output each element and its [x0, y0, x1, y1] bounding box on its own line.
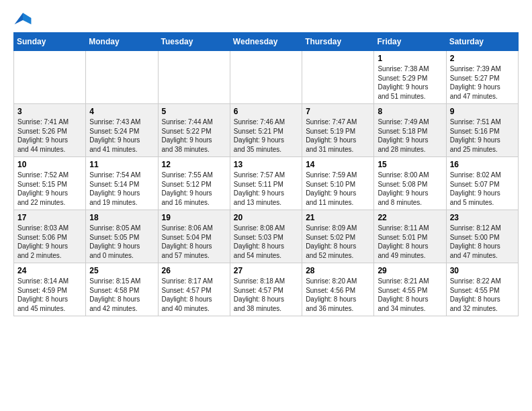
day-number: 1	[378, 54, 442, 63]
day-info: Sunrise: 8:08 AM Sunset: 5:03 PM Dayligh…	[234, 224, 298, 260]
page: SundayMondayTuesdayWednesdayThursdayFrid…	[0, 0, 532, 327]
calendar-cell: 1Sunrise: 7:38 AM Sunset: 5:29 PM Daylig…	[374, 51, 446, 104]
day-info: Sunrise: 7:51 AM Sunset: 5:16 PM Dayligh…	[450, 118, 515, 154]
logo-wrapper	[13, 11, 35, 26]
day-number: 20	[234, 213, 298, 222]
calendar-cell: 3Sunrise: 7:41 AM Sunset: 5:26 PM Daylig…	[14, 104, 86, 157]
calendar-cell: 20Sunrise: 8:08 AM Sunset: 5:03 PM Dayli…	[230, 210, 302, 263]
day-number: 6	[234, 107, 298, 116]
calendar-cell: 8Sunrise: 7:49 AM Sunset: 5:18 PM Daylig…	[374, 104, 446, 157]
weekday-header-tuesday: Tuesday	[158, 33, 230, 51]
day-number: 8	[378, 107, 442, 116]
calendar-cell: 15Sunrise: 8:00 AM Sunset: 5:08 PM Dayli…	[374, 157, 446, 210]
logo-icon	[13, 11, 32, 26]
day-info: Sunrise: 7:47 AM Sunset: 5:19 PM Dayligh…	[306, 118, 370, 154]
day-number: 27	[234, 266, 298, 275]
calendar-cell	[302, 51, 374, 104]
day-info: Sunrise: 8:20 AM Sunset: 4:56 PM Dayligh…	[306, 277, 370, 313]
day-info: Sunrise: 7:38 AM Sunset: 5:29 PM Dayligh…	[378, 64, 442, 101]
calendar-cell: 16Sunrise: 8:02 AM Sunset: 5:07 PM Dayli…	[446, 157, 518, 210]
calendar-cell: 11Sunrise: 7:54 AM Sunset: 5:14 PM Dayli…	[86, 157, 158, 210]
day-number: 14	[306, 160, 370, 169]
calendar-cell: 22Sunrise: 8:11 AM Sunset: 5:01 PM Dayli…	[374, 210, 446, 263]
day-info: Sunrise: 7:52 AM Sunset: 5:15 PM Dayligh…	[17, 171, 82, 207]
day-info: Sunrise: 8:21 AM Sunset: 4:55 PM Dayligh…	[378, 277, 442, 313]
calendar-cell: 29Sunrise: 8:21 AM Sunset: 4:55 PM Dayli…	[374, 263, 446, 316]
calendar-cell: 23Sunrise: 8:12 AM Sunset: 5:00 PM Dayli…	[446, 210, 518, 263]
day-number: 15	[378, 160, 442, 169]
day-info: Sunrise: 8:05 AM Sunset: 5:05 PM Dayligh…	[89, 224, 154, 260]
day-info: Sunrise: 8:18 AM Sunset: 4:57 PM Dayligh…	[234, 277, 298, 313]
weekday-header-saturday: Saturday	[446, 33, 518, 51]
calendar-week-2: 3Sunrise: 7:41 AM Sunset: 5:26 PM Daylig…	[14, 104, 519, 157]
calendar-cell: 14Sunrise: 7:59 AM Sunset: 5:10 PM Dayli…	[302, 157, 374, 210]
calendar-cell: 26Sunrise: 8:17 AM Sunset: 4:57 PM Dayli…	[158, 263, 230, 316]
day-info: Sunrise: 8:14 AM Sunset: 4:59 PM Dayligh…	[17, 277, 82, 313]
header	[13, 11, 519, 26]
day-number: 26	[162, 266, 226, 275]
calendar-cell: 12Sunrise: 7:55 AM Sunset: 5:12 PM Dayli…	[158, 157, 230, 210]
calendar-cell: 25Sunrise: 8:15 AM Sunset: 4:58 PM Dayli…	[86, 263, 158, 316]
day-number: 22	[378, 213, 442, 222]
day-info: Sunrise: 7:46 AM Sunset: 5:21 PM Dayligh…	[234, 118, 298, 154]
calendar-week-3: 10Sunrise: 7:52 AM Sunset: 5:15 PM Dayli…	[14, 157, 519, 210]
day-number: 28	[306, 266, 370, 275]
calendar-cell: 13Sunrise: 7:57 AM Sunset: 5:11 PM Dayli…	[230, 157, 302, 210]
day-info: Sunrise: 8:03 AM Sunset: 5:06 PM Dayligh…	[17, 224, 82, 260]
calendar-cell: 10Sunrise: 7:52 AM Sunset: 5:15 PM Dayli…	[14, 157, 86, 210]
logo	[13, 11, 35, 26]
day-number: 10	[17, 160, 82, 169]
calendar-cell: 9Sunrise: 7:51 AM Sunset: 5:16 PM Daylig…	[446, 104, 518, 157]
day-info: Sunrise: 7:49 AM Sunset: 5:18 PM Dayligh…	[378, 118, 442, 154]
day-number: 17	[17, 213, 82, 222]
calendar-cell: 5Sunrise: 7:44 AM Sunset: 5:22 PM Daylig…	[158, 104, 230, 157]
day-info: Sunrise: 8:17 AM Sunset: 4:57 PM Dayligh…	[162, 277, 226, 313]
day-info: Sunrise: 8:11 AM Sunset: 5:01 PM Dayligh…	[378, 224, 442, 260]
calendar-cell	[86, 51, 158, 104]
calendar-cell: 19Sunrise: 8:06 AM Sunset: 5:04 PM Dayli…	[158, 210, 230, 263]
day-info: Sunrise: 7:55 AM Sunset: 5:12 PM Dayligh…	[162, 171, 226, 207]
day-number: 25	[89, 266, 154, 275]
day-info: Sunrise: 7:54 AM Sunset: 5:14 PM Dayligh…	[89, 171, 154, 207]
day-number: 7	[306, 107, 370, 116]
day-info: Sunrise: 8:22 AM Sunset: 4:55 PM Dayligh…	[450, 277, 515, 313]
day-info: Sunrise: 7:41 AM Sunset: 5:26 PM Dayligh…	[17, 118, 82, 154]
day-number: 29	[378, 266, 442, 275]
calendar-cell: 18Sunrise: 8:05 AM Sunset: 5:05 PM Dayli…	[86, 210, 158, 263]
calendar-cell: 6Sunrise: 7:46 AM Sunset: 5:21 PM Daylig…	[230, 104, 302, 157]
weekday-header-friday: Friday	[374, 33, 446, 51]
calendar-cell	[14, 51, 86, 104]
day-number: 5	[162, 107, 226, 116]
weekday-row: SundayMondayTuesdayWednesdayThursdayFrid…	[14, 33, 519, 51]
calendar-week-5: 24Sunrise: 8:14 AM Sunset: 4:59 PM Dayli…	[14, 263, 519, 316]
weekday-header-monday: Monday	[86, 33, 158, 51]
calendar-cell: 7Sunrise: 7:47 AM Sunset: 5:19 PM Daylig…	[302, 104, 374, 157]
day-info: Sunrise: 7:43 AM Sunset: 5:24 PM Dayligh…	[89, 118, 154, 154]
calendar-cell: 28Sunrise: 8:20 AM Sunset: 4:56 PM Dayli…	[302, 263, 374, 316]
calendar-week-4: 17Sunrise: 8:03 AM Sunset: 5:06 PM Dayli…	[14, 210, 519, 263]
day-info: Sunrise: 7:59 AM Sunset: 5:10 PM Dayligh…	[306, 171, 370, 207]
day-number: 23	[450, 213, 515, 222]
weekday-header-wednesday: Wednesday	[230, 33, 302, 51]
day-number: 19	[162, 213, 226, 222]
day-number: 13	[234, 160, 298, 169]
calendar-week-1: 1Sunrise: 7:38 AM Sunset: 5:29 PM Daylig…	[14, 51, 519, 104]
day-number: 21	[306, 213, 370, 222]
calendar-cell	[158, 51, 230, 104]
calendar-body: 1Sunrise: 7:38 AM Sunset: 5:29 PM Daylig…	[14, 51, 519, 316]
day-info: Sunrise: 7:39 AM Sunset: 5:27 PM Dayligh…	[450, 64, 515, 101]
day-number: 11	[89, 160, 154, 169]
calendar-cell	[230, 51, 302, 104]
day-info: Sunrise: 8:06 AM Sunset: 5:04 PM Dayligh…	[162, 224, 226, 260]
day-number: 30	[450, 266, 515, 275]
day-number: 12	[162, 160, 226, 169]
day-info: Sunrise: 8:00 AM Sunset: 5:08 PM Dayligh…	[378, 171, 442, 207]
weekday-header-thursday: Thursday	[302, 33, 374, 51]
calendar-table: SundayMondayTuesdayWednesdayThursdayFrid…	[13, 32, 519, 316]
day-number: 18	[89, 213, 154, 222]
calendar-header: SundayMondayTuesdayWednesdayThursdayFrid…	[14, 33, 519, 51]
svg-marker-1	[23, 13, 31, 24]
day-number: 3	[17, 107, 82, 116]
calendar-cell: 21Sunrise: 8:09 AM Sunset: 5:02 PM Dayli…	[302, 210, 374, 263]
calendar-cell: 4Sunrise: 7:43 AM Sunset: 5:24 PM Daylig…	[86, 104, 158, 157]
